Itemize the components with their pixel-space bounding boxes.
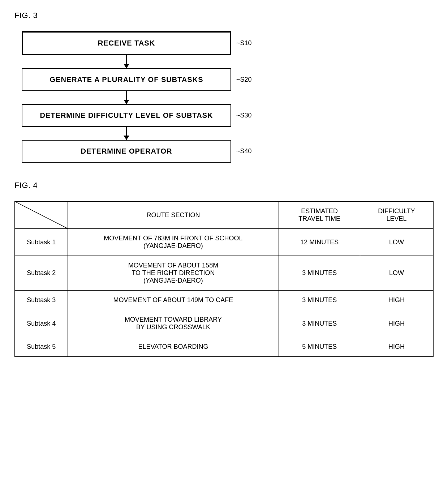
flow-step-s40: DETERMINE OPERATOR ~S40 bbox=[22, 140, 252, 163]
flow-label-s10: ~S10 bbox=[236, 39, 252, 47]
subtask-label-1: Subtask 1 bbox=[15, 229, 68, 256]
arrow-s20-s30 bbox=[126, 91, 127, 104]
table-header-row: ROUTE SECTION ESTIMATEDTRAVEL TIME DIFFI… bbox=[15, 201, 433, 229]
flow-box-receive-task: RECEIVE TASK bbox=[22, 31, 231, 55]
table-row: Subtask 5ELEVATOR BOARDING5 MINUTESHIGH bbox=[15, 337, 433, 357]
route-description-1: MOVEMENT OF 783M IN FRONT OF SCHOOL(YANG… bbox=[68, 229, 279, 256]
flow-box-generate-subtasks: GENERATE A PLURALITY OF SUBTASKS bbox=[22, 68, 231, 91]
flow-label-s20: ~S20 bbox=[236, 76, 252, 83]
subtask-label-5: Subtask 5 bbox=[15, 337, 68, 357]
travel-time-2: 3 MINUTES bbox=[279, 256, 360, 291]
table-header-travel-time: ESTIMATEDTRAVEL TIME bbox=[279, 201, 360, 229]
flowchart: RECEIVE TASK ~S10 GENERATE A PLURALITY O… bbox=[14, 31, 434, 163]
table-corner-header bbox=[15, 201, 68, 229]
svg-line-0 bbox=[15, 202, 68, 228]
travel-time-3: 3 MINUTES bbox=[279, 291, 360, 310]
route-description-2: MOVEMENT OF ABOUT 158MTO THE RIGHT DIREC… bbox=[68, 256, 279, 291]
arrow-s30-s40 bbox=[126, 127, 127, 140]
difficulty-level-1: LOW bbox=[360, 229, 433, 256]
flow-label-s30: ~S30 bbox=[236, 112, 252, 119]
subtask-table: ROUTE SECTION ESTIMATEDTRAVEL TIME DIFFI… bbox=[14, 201, 434, 357]
travel-time-5: 5 MINUTES bbox=[279, 337, 360, 357]
table-row: Subtask 1MOVEMENT OF 783M IN FRONT OF SC… bbox=[15, 229, 433, 256]
table-header-difficulty: DIFFICULTYLEVEL bbox=[360, 201, 433, 229]
fig4-label: FIG. 4 bbox=[14, 181, 434, 190]
route-description-5: ELEVATOR BOARDING bbox=[68, 337, 279, 357]
flow-box-determine-operator: DETERMINE OPERATOR bbox=[22, 140, 231, 163]
difficulty-level-5: HIGH bbox=[360, 337, 433, 357]
arrow-s10-s20 bbox=[126, 55, 127, 68]
flow-step-s20: GENERATE A PLURALITY OF SUBTASKS ~S20 bbox=[22, 68, 252, 91]
travel-time-1: 12 MINUTES bbox=[279, 229, 360, 256]
table-row: Subtask 4MOVEMENT TOWARD LIBRARYBY USING… bbox=[15, 310, 433, 337]
route-description-4: MOVEMENT TOWARD LIBRARYBY USING CROSSWAL… bbox=[68, 310, 279, 337]
travel-time-4: 3 MINUTES bbox=[279, 310, 360, 337]
fig4-section: FIG. 4 ROUTE SECTION ESTIMATEDTRAVEL TIM… bbox=[14, 181, 434, 357]
subtask-label-2: Subtask 2 bbox=[15, 256, 68, 291]
table-row: Subtask 3MOVEMENT OF ABOUT 149M TO CAFE3… bbox=[15, 291, 433, 310]
route-description-3: MOVEMENT OF ABOUT 149M TO CAFE bbox=[68, 291, 279, 310]
fig3-label: FIG. 3 bbox=[14, 11, 434, 20]
difficulty-level-3: HIGH bbox=[360, 291, 433, 310]
subtask-label-4: Subtask 4 bbox=[15, 310, 68, 337]
flow-step-s30: DETERMINE DIFFICULTY LEVEL OF SUBTASK ~S… bbox=[22, 104, 252, 127]
subtask-label-3: Subtask 3 bbox=[15, 291, 68, 310]
flow-box-determine-difficulty: DETERMINE DIFFICULTY LEVEL OF SUBTASK bbox=[22, 104, 231, 127]
flow-label-s40: ~S40 bbox=[236, 147, 252, 155]
difficulty-level-2: LOW bbox=[360, 256, 433, 291]
difficulty-level-4: HIGH bbox=[360, 310, 433, 337]
flow-step-s10: RECEIVE TASK ~S10 bbox=[22, 31, 252, 55]
table-header-route-section: ROUTE SECTION bbox=[68, 201, 279, 229]
fig3-section: FIG. 3 RECEIVE TASK ~S10 GENERATE A PLUR… bbox=[14, 11, 434, 163]
table-row: Subtask 2MOVEMENT OF ABOUT 158MTO THE RI… bbox=[15, 256, 433, 291]
